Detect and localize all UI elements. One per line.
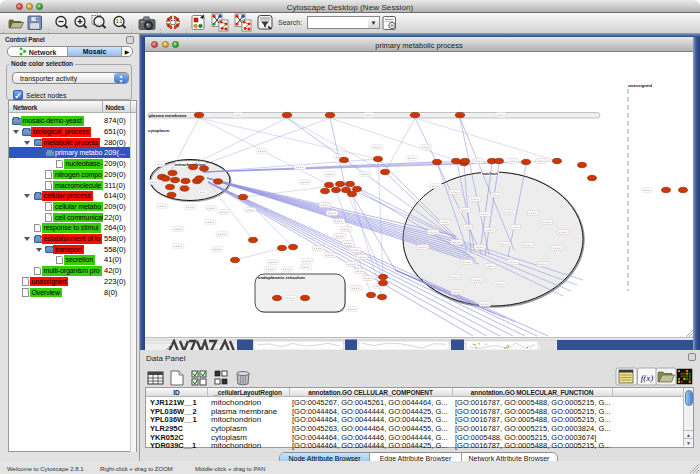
svg-text:plasma membrane: plasma membrane: [149, 113, 187, 118]
svg-text:f(x): f(x): [641, 373, 654, 383]
svg-text:1:1: 1:1: [116, 19, 123, 24]
svg-text:unassigned: unassigned: [628, 83, 652, 88]
svg-text:endoplasmic reticulum: endoplasmic reticulum: [258, 275, 305, 280]
svg-text:cytoplasm: cytoplasm: [148, 128, 169, 133]
